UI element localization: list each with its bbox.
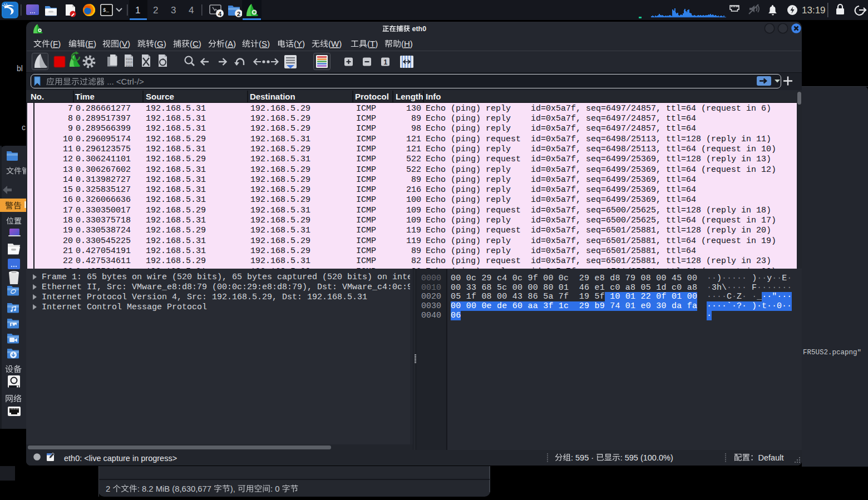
svg-text:: 595 (100.0%): : 595 (100.0%) [620,453,673,462]
svg-text:2: 2 [106,484,110,493]
svg-text:),: ), [230,484,235,493]
svg-text:: 0: : 0 [270,484,279,493]
svg-text:: 8.2 MiB (8,630,677: : 8.2 MiB (8,630,677 [137,484,211,493]
svg-text:: 595 ·: : 595 · [571,453,594,462]
svg-text:Default: Default [758,453,784,462]
